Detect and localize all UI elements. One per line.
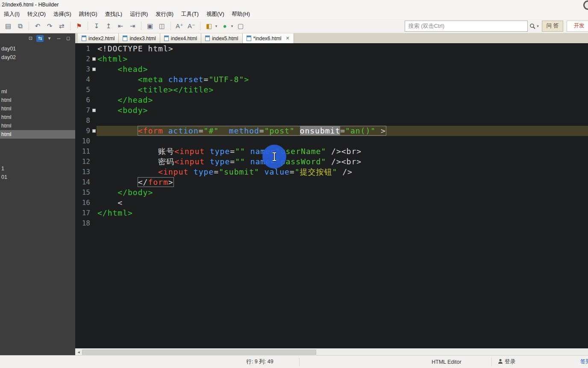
- editor-mode[interactable]: HTML Editor: [432, 356, 462, 368]
- file-item[interactable]: 1: [0, 164, 75, 173]
- code-text: <html>: [97, 54, 588, 64]
- line-gutter: 7: [75, 105, 97, 116]
- bookmark-icon[interactable]: ⚑: [74, 21, 85, 31]
- collapse-all-icon[interactable]: ⊡: [27, 35, 34, 42]
- search-input[interactable]: [405, 21, 528, 32]
- file-item[interactable]: day01: [0, 45, 75, 53]
- menu-item-4[interactable]: 查找(L): [101, 11, 126, 18]
- login-button[interactable]: 登录: [498, 356, 515, 368]
- file-item[interactable]: 01: [0, 173, 75, 181]
- window-control-partial[interactable]: [583, 0, 588, 10]
- code-token: >: [244, 75, 249, 84]
- menu-item-7[interactable]: 工具(T): [177, 11, 203, 18]
- menu-item-8[interactable]: 视图(V): [203, 11, 228, 18]
- view-menu-icon[interactable]: ▾: [46, 35, 53, 42]
- fold-icon[interactable]: [92, 68, 96, 71]
- device-preview-icon[interactable]: ▢: [235, 21, 246, 31]
- tab-index2html[interactable]: index2.html: [78, 33, 119, 43]
- search-dropdown-icon[interactable]: ▾: [536, 24, 540, 28]
- scrollbar-thumb[interactable]: [82, 350, 316, 355]
- format-dropdown-icon[interactable]: ▾: [214, 24, 218, 28]
- fold-icon[interactable]: [92, 57, 96, 61]
- font-decrease-icon[interactable]: A⁻: [186, 21, 197, 31]
- code-line[interactable]: 9 <form action="#" method="post" onsubmi…: [75, 126, 588, 136]
- sync-with-editor-icon[interactable]: ⇆: [36, 35, 44, 42]
- file-item[interactable]: html: [0, 130, 75, 139]
- qa-button[interactable]: 问 答: [542, 21, 563, 32]
- signin-link[interactable]: 签到: [580, 356, 588, 368]
- code-line[interactable]: 7 <body>: [75, 105, 588, 116]
- code-line[interactable]: 5 <title></title>: [75, 85, 588, 95]
- tab-index3html[interactable]: index3.html: [119, 33, 160, 43]
- minimize-panel-icon[interactable]: ─: [55, 35, 62, 42]
- save-all-icon[interactable]: ⧉: [15, 21, 26, 31]
- code-line[interactable]: 2<html>: [75, 54, 588, 64]
- menu-item-6[interactable]: 发行(B): [152, 11, 177, 18]
- file-item[interactable]: day02: [0, 53, 75, 62]
- menu-item-9[interactable]: 帮助(H): [228, 11, 254, 18]
- format-icon[interactable]: ◧: [203, 21, 215, 31]
- save-icon[interactable]: ▤: [3, 21, 14, 31]
- file-item[interactable]: html: [0, 113, 75, 122]
- tab-index6html[interactable]: *index6.html✕: [243, 33, 294, 43]
- file-item[interactable]: html: [0, 104, 75, 113]
- code-token: />: [337, 167, 353, 176]
- redo-icon[interactable]: ↷: [44, 21, 55, 31]
- file-item[interactable]: ml: [0, 87, 75, 96]
- close-icon[interactable]: ✕: [286, 36, 290, 41]
- fold-area: [91, 167, 97, 177]
- user-icon: [498, 359, 503, 365]
- code-line[interactable]: 12 密码<input type="" name="passWord" /><b…: [75, 157, 588, 167]
- code-line[interactable]: 3 <head>: [75, 64, 588, 74]
- code-line[interactable]: 6 </head>: [75, 95, 588, 105]
- code-line[interactable]: 16 <: [75, 198, 588, 208]
- code-token: "": [235, 157, 245, 166]
- code-line[interactable]: 11 账号<input type="" name="userName" /><b…: [75, 146, 588, 157]
- menu-item-5[interactable]: 运行(R): [126, 11, 152, 18]
- import-doc-icon[interactable]: ↥: [103, 21, 114, 31]
- new-window-icon[interactable]: ▣: [144, 21, 156, 31]
- code-line[interactable]: 13 <input type="submit" value="提交按钮" />: [75, 167, 588, 177]
- code-line[interactable]: 8: [75, 116, 588, 126]
- code-line[interactable]: 18: [75, 218, 588, 229]
- fold-icon[interactable]: [92, 109, 96, 112]
- toolbar-separator: [70, 22, 71, 30]
- undo-icon[interactable]: ↶: [32, 21, 43, 31]
- line-gutter: 6: [75, 95, 97, 105]
- code-token: <!DOCTYPE html>: [97, 44, 173, 53]
- font-increase-icon[interactable]: A⁺: [174, 21, 185, 31]
- code-token: <body>: [118, 106, 148, 115]
- menu-item-1[interactable]: 转义(O): [24, 11, 50, 18]
- split-window-icon[interactable]: ◫: [156, 21, 168, 31]
- code-area[interactable]: 1<!DOCTYPE html>2<html>3 <head>4 <meta c…: [75, 43, 588, 348]
- export-doc-icon[interactable]: ↧: [91, 21, 102, 31]
- run-browser-icon[interactable]: ●: [219, 21, 230, 31]
- fold-icon[interactable]: [92, 129, 96, 133]
- code-token: </body>: [118, 188, 153, 197]
- code-line[interactable]: 15 </body>: [75, 187, 588, 198]
- prev-position-icon[interactable]: ⇤: [115, 21, 126, 31]
- tab-index5html[interactable]: index5.html: [201, 33, 242, 43]
- file-item[interactable]: html: [0, 122, 75, 130]
- code-line[interactable]: 4 <meta charset="UTF-8">: [75, 74, 588, 85]
- file-item[interactable]: html: [0, 96, 75, 104]
- horizontal-scrollbar[interactable]: ◂: [75, 348, 588, 355]
- dev-button[interactable]: 开发: [567, 21, 588, 32]
- menu-item-3[interactable]: 跳转(G): [75, 11, 101, 18]
- tab-index4html[interactable]: index4.html: [160, 33, 201, 43]
- menu-item-0[interactable]: 插入(I): [0, 11, 24, 18]
- menu-item-2[interactable]: 选择(S): [50, 11, 75, 18]
- code-token: value: [265, 167, 290, 176]
- compare-icon[interactable]: ⇄: [56, 21, 67, 31]
- scroll-left-icon[interactable]: ◂: [75, 350, 82, 354]
- code-token: [97, 188, 118, 197]
- code-line[interactable]: 14 </form>: [75, 177, 588, 187]
- code-line[interactable]: 1<!DOCTYPE html>: [75, 44, 588, 54]
- maximize-panel-icon[interactable]: ◻: [65, 35, 72, 42]
- run-browser-dropdown-icon[interactable]: ▾: [230, 24, 234, 28]
- line-gutter: 11: [75, 146, 97, 157]
- code-token: onsubmit: [300, 126, 341, 135]
- code-line[interactable]: 10: [75, 136, 588, 146]
- code-line[interactable]: 17</html>: [75, 208, 588, 218]
- next-position-icon[interactable]: ⇥: [127, 21, 138, 31]
